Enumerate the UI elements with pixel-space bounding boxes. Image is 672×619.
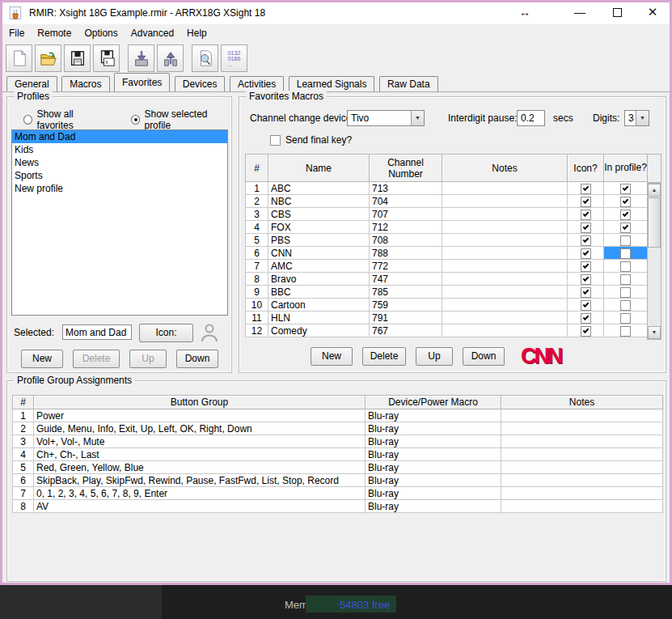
notes-cell[interactable] — [501, 422, 663, 435]
button-group-cell[interactable]: Red, Green, Yellow, Blue — [34, 461, 366, 474]
digits-combo[interactable]: 3 ▼ — [624, 110, 649, 126]
icon-checkbox-cell[interactable] — [568, 182, 604, 195]
button-group-cell[interactable]: Ch+, Ch-, Last — [34, 448, 366, 461]
radio-show-selected-profile[interactable]: Show selected profile — [131, 108, 231, 131]
notes-cell[interactable] — [442, 247, 568, 260]
in-profile-checkbox-cell[interactable] — [604, 221, 648, 234]
checkbox-icon[interactable] — [581, 261, 591, 272]
tab-macros[interactable]: Macros — [61, 76, 109, 91]
col-header-notes[interactable]: Notes — [442, 155, 568, 182]
row-number-cell[interactable]: 7 — [13, 487, 34, 500]
raw-codes-button[interactable]: 0132 0186 ... — [221, 45, 247, 72]
device-macro-cell[interactable]: Blu-ray — [366, 461, 501, 474]
scroll-down-icon[interactable]: ▼ — [648, 326, 661, 339]
col-header-in-profile[interactable]: In profile? — [604, 155, 648, 182]
checkbox-icon[interactable] — [581, 184, 591, 194]
checkbox-icon[interactable] — [620, 210, 631, 220]
checkbox-icon[interactable] — [620, 261, 631, 272]
row-number-cell[interactable]: 9 — [246, 286, 268, 299]
checkbox-icon[interactable] — [620, 300, 631, 311]
row-number-cell[interactable]: 7 — [246, 260, 268, 273]
notes-cell[interactable] — [442, 324, 568, 337]
channel-number-cell[interactable]: 788 — [370, 247, 442, 260]
row-number-cell[interactable]: 10 — [246, 299, 268, 312]
checkbox-icon[interactable] — [581, 326, 591, 337]
button-group-cell[interactable]: SkipBack, Play, SkipFwd, Rewind, Pause, … — [34, 474, 366, 487]
profile-list-item[interactable]: Sports — [12, 169, 227, 182]
menu-file[interactable]: File — [2, 28, 31, 39]
checkbox-icon[interactable] — [620, 248, 631, 259]
download-button[interactable] — [128, 45, 154, 72]
checkbox-icon[interactable] — [581, 274, 591, 285]
icon-checkbox-cell[interactable] — [568, 247, 604, 260]
name-cell[interactable]: BBC — [268, 286, 370, 299]
channel-device-combo[interactable]: Tivo ▼ — [347, 110, 425, 126]
in-profile-checkbox-cell[interactable] — [604, 299, 648, 312]
channel-number-cell[interactable]: 708 — [370, 234, 442, 247]
scroll-up-icon[interactable]: ▲ — [648, 184, 661, 197]
checkbox-icon[interactable] — [581, 235, 591, 246]
menu-help[interactable]: Help — [180, 28, 213, 39]
notes-cell[interactable] — [442, 286, 568, 299]
tab-learned-signals[interactable]: Learned Signals — [289, 76, 375, 91]
favorite-up-button[interactable]: Up — [416, 347, 453, 366]
button-group-cell[interactable]: Power — [34, 409, 366, 422]
tab-favorites[interactable]: Favorites — [114, 73, 170, 91]
checkbox-icon[interactable] — [620, 235, 631, 246]
button-group-cell[interactable]: AV — [34, 500, 366, 513]
radio-show-all-favorites[interactable]: Show all favorites — [23, 108, 108, 131]
name-cell[interactable]: PBS — [268, 234, 370, 247]
menu-advanced[interactable]: Advanced — [125, 28, 180, 39]
tab-activities[interactable]: Activities — [230, 76, 284, 91]
row-number-cell[interactable]: 3 — [246, 208, 268, 221]
channel-number-cell[interactable]: 791 — [370, 312, 442, 324]
profile-list-item[interactable]: Kids — [12, 143, 227, 156]
row-number-cell[interactable]: 12 — [246, 324, 268, 337]
chevron-down-icon[interactable]: ▼ — [411, 111, 424, 125]
favorite-delete-button[interactable]: Delete — [362, 347, 406, 366]
maximize-button[interactable] — [606, 2, 628, 22]
channel-number-cell[interactable]: 704 — [370, 195, 442, 208]
icon-checkbox-cell[interactable] — [568, 260, 604, 273]
notes-cell[interactable] — [501, 409, 663, 422]
col-header-icon[interactable]: Icon? — [568, 155, 604, 182]
device-macro-cell[interactable]: Blu-ray — [366, 500, 501, 513]
profile-delete-button[interactable]: Delete — [73, 350, 120, 368]
in-profile-checkbox-cell[interactable] — [604, 324, 648, 337]
row-number-cell[interactable]: 4 — [13, 448, 34, 461]
device-macro-cell[interactable]: Blu-ray — [366, 487, 501, 500]
col-header-name[interactable]: Name — [268, 155, 370, 182]
notes-cell[interactable] — [442, 260, 568, 273]
checkbox-icon[interactable] — [581, 300, 591, 311]
chevron-down-icon[interactable]: ▼ — [636, 111, 649, 125]
row-number-cell[interactable]: 6 — [246, 247, 268, 260]
notes-cell[interactable] — [442, 182, 568, 195]
selected-profile-input[interactable] — [62, 324, 132, 340]
notes-cell[interactable] — [442, 273, 568, 286]
close-button[interactable]: ✕ — [641, 2, 664, 22]
channel-number-cell[interactable]: 707 — [370, 208, 442, 221]
icon-checkbox-cell[interactable] — [568, 312, 604, 324]
favorite-down-button[interactable]: Down — [463, 347, 505, 366]
notes-cell[interactable] — [442, 208, 568, 221]
checkbox-icon[interactable] — [620, 197, 631, 207]
save-as-button[interactable]: x — [93, 45, 120, 72]
col-header-notes[interactable]: Notes — [501, 396, 663, 409]
icon-button[interactable]: Icon: — [139, 324, 193, 342]
icon-checkbox-cell[interactable] — [568, 299, 604, 312]
profile-new-button[interactable]: New — [21, 350, 63, 368]
checkbox-icon[interactable] — [620, 287, 631, 298]
name-cell[interactable]: NBC — [268, 195, 370, 208]
name-cell[interactable]: HLN — [268, 312, 370, 324]
notes-cell[interactable] — [501, 487, 663, 500]
icon-checkbox-cell[interactable] — [568, 234, 604, 247]
tab-devices[interactable]: Devices — [175, 76, 226, 91]
notes-cell[interactable] — [442, 221, 568, 234]
channel-number-cell[interactable]: 747 — [370, 273, 442, 286]
channel-number-cell[interactable]: 767 — [370, 324, 442, 337]
favorites-scrollbar[interactable]: ▲ ▼ — [647, 183, 661, 340]
channel-number-cell[interactable]: 759 — [370, 299, 442, 312]
col-header-num[interactable]: # — [246, 155, 268, 182]
channel-number-cell[interactable]: 785 — [370, 286, 442, 299]
row-number-cell[interactable]: 8 — [246, 273, 268, 286]
